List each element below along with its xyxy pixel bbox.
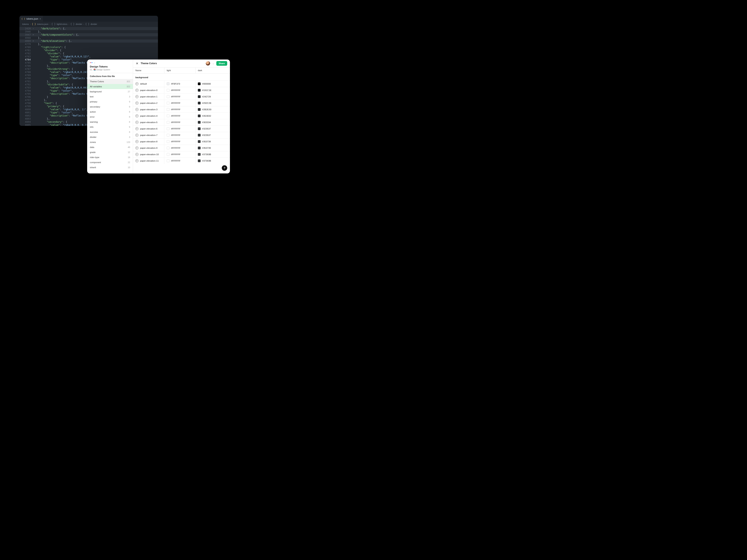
- color-swatch[interactable]: [198, 140, 201, 143]
- color-swatch[interactable]: [198, 121, 201, 124]
- color-swatch[interactable]: [167, 159, 170, 162]
- variable-row[interactable]: paper-elevation-1#FFFFFF#242729: [133, 93, 230, 100]
- color-hex-light[interactable]: #FFFFFF: [171, 89, 181, 91]
- color-swatch[interactable]: [167, 82, 170, 85]
- user-avatar[interactable]: [206, 61, 210, 65]
- color-hex-dark[interactable]: #000000: [202, 83, 211, 85]
- color-swatch[interactable]: [198, 89, 201, 91]
- color-hex-dark[interactable]: #2B2E30: [202, 108, 211, 111]
- code-line[interactable]: 4781 "divider": {: [20, 49, 158, 52]
- editor-breadcrumb[interactable]: tokens › { } tokens.json › { } light/col…: [20, 22, 158, 27]
- color-hex-light[interactable]: #FFFFFF: [171, 128, 181, 130]
- color-hex-light[interactable]: #FFFFFF: [171, 115, 181, 117]
- code-line[interactable]: 4780 "light/colors": {: [20, 46, 158, 49]
- code-line[interactable]: 4779 },: [20, 43, 158, 46]
- color-hex-dark[interactable]: #37393B: [202, 153, 211, 156]
- color-swatch[interactable]: [167, 102, 170, 104]
- color-hex-dark[interactable]: #323537: [202, 128, 211, 130]
- col-header-dark[interactable]: dark: [195, 68, 230, 73]
- collection-item[interactable]: background27: [87, 89, 133, 94]
- color-swatch[interactable]: [198, 134, 201, 136]
- color-hex-dark[interactable]: #37393B: [202, 160, 211, 162]
- fold-toggle-icon[interactable]: >: [31, 33, 35, 36]
- panel-sidebar-header[interactable]: ⌄: [87, 59, 133, 65]
- color-hex-light[interactable]: #FFFFFF: [171, 134, 181, 136]
- code-line[interactable]: 4069> "dark/elevations": {…: [20, 39, 158, 43]
- variable-row[interactable]: paper-elevation-11#FFFFFF#37393B: [133, 158, 230, 164]
- variable-row[interactable]: paper-elevation-6#FFFFFF#323537: [133, 126, 230, 132]
- color-hex-light[interactable]: #FFFFFF: [171, 102, 181, 104]
- help-button[interactable]: ?: [222, 165, 227, 171]
- color-hex-dark[interactable]: #2E3032: [202, 115, 211, 117]
- collection-item[interactable]: success8: [87, 130, 133, 135]
- variable-row[interactable]: paper-elevation-8#FFFFFF#353739: [133, 138, 230, 145]
- code-line[interactable]: 2420› "dark/colors": {…: [20, 27, 158, 30]
- collection-item[interactable]: primary9: [87, 99, 133, 104]
- chevron-down-icon[interactable]: ⌄: [212, 62, 214, 64]
- variable-row[interactable]: paper-elevation-2#FFFFFF#292C2E: [133, 100, 230, 106]
- color-hex-dark[interactable]: #353739: [202, 140, 211, 143]
- color-swatch[interactable]: [198, 108, 201, 111]
- color-hex-dark[interactable]: #323537: [202, 134, 211, 136]
- color-swatch[interactable]: [167, 140, 170, 143]
- color-swatch[interactable]: [167, 134, 170, 136]
- col-header-light[interactable]: light: [164, 68, 195, 73]
- variable-row[interactable]: paper-elevation-3#FFFFFF#2B2E30: [133, 106, 230, 113]
- color-swatch[interactable]: [198, 153, 201, 156]
- color-swatch[interactable]: [198, 95, 201, 98]
- color-hex-light[interactable]: #FFFFFF: [171, 147, 181, 149]
- collection-item[interactable]: action8: [87, 109, 133, 114]
- collection-item[interactable]: rider-type18: [87, 155, 133, 160]
- color-hex-light[interactable]: #FFFFFF: [171, 96, 181, 98]
- variable-row[interactable]: default#F0F1F3#000000: [133, 80, 230, 87]
- variable-row[interactable]: paper-elevation-0#FFFFFF#191C1E: [133, 87, 230, 93]
- code-line[interactable]: 3946 },: [20, 30, 158, 33]
- editor-tab[interactable]: { } tokens.json ×: [20, 16, 43, 22]
- color-swatch[interactable]: [167, 153, 170, 156]
- collection-list[interactable]: Theme Colors322All variables322backgroun…: [87, 79, 133, 174]
- variable-row[interactable]: paper-elevation-7#FFFFFF#323537: [133, 132, 230, 138]
- variable-row[interactable]: paper-elevation-5#FFFFFF#303334: [133, 119, 230, 126]
- color-hex-light[interactable]: #FFFFFF: [171, 140, 181, 143]
- collection-item[interactable]: Theme Colors322: [87, 79, 133, 84]
- collection-item[interactable]: warning8: [87, 119, 133, 125]
- color-hex-dark[interactable]: #292C2E: [202, 102, 211, 104]
- color-swatch[interactable]: [167, 121, 170, 124]
- color-swatch[interactable]: [198, 114, 201, 117]
- color-swatch[interactable]: [198, 159, 201, 162]
- code-line[interactable]: 3947> "dark/componentColors": {…: [20, 33, 158, 36]
- collection-item[interactable]: text3: [87, 94, 133, 99]
- color-hex-dark[interactable]: #242729: [202, 96, 211, 98]
- color-swatch[interactable]: [198, 127, 201, 130]
- collection-item[interactable]: data48: [87, 145, 133, 150]
- color-hex-light[interactable]: #FFFFFF: [171, 153, 181, 156]
- color-hex-light[interactable]: #FFFFFF: [171, 160, 181, 162]
- variables-scroll[interactable]: background default#F0F1F3#000000paper-el…: [133, 74, 230, 174]
- color-swatch[interactable]: [167, 89, 170, 91]
- collection-item[interactable]: zones120: [87, 140, 133, 145]
- color-swatch[interactable]: [167, 95, 170, 98]
- chevron-down-icon[interactable]: ⌄: [94, 61, 95, 63]
- fold-toggle-icon[interactable]: ›: [31, 27, 35, 30]
- collection-item[interactable]: grade12: [87, 150, 133, 155]
- color-hex-dark[interactable]: #191C1E: [202, 89, 211, 91]
- col-header-name[interactable]: Name: [133, 68, 164, 73]
- variable-row[interactable]: paper-elevation-4#FFFFFF#2E3032: [133, 113, 230, 119]
- color-hex-light[interactable]: #FFFFFF: [171, 121, 181, 124]
- share-button[interactable]: Share: [216, 61, 227, 66]
- color-swatch[interactable]: [198, 146, 201, 149]
- collection-item[interactable]: divider3: [87, 135, 133, 140]
- collection-item[interactable]: component22: [87, 160, 133, 165]
- color-swatch[interactable]: [167, 146, 170, 149]
- color-swatch[interactable]: [198, 102, 201, 104]
- color-swatch[interactable]: [198, 82, 201, 85]
- collection-item[interactable]: info9: [87, 125, 133, 130]
- collection-item[interactable]: inherit10: [87, 165, 133, 170]
- close-tab-icon[interactable]: ×: [40, 18, 41, 20]
- variable-row[interactable]: paper-elevation-9#FFFFFF#353739: [133, 145, 230, 151]
- code-line[interactable]: 4782 "divider": {: [20, 52, 158, 55]
- color-swatch[interactable]: [167, 108, 170, 111]
- collection-item[interactable]: secondary9: [87, 104, 133, 109]
- color-hex-light[interactable]: #FFFFFF: [171, 108, 181, 111]
- close-icon[interactable]: ✕: [136, 62, 138, 65]
